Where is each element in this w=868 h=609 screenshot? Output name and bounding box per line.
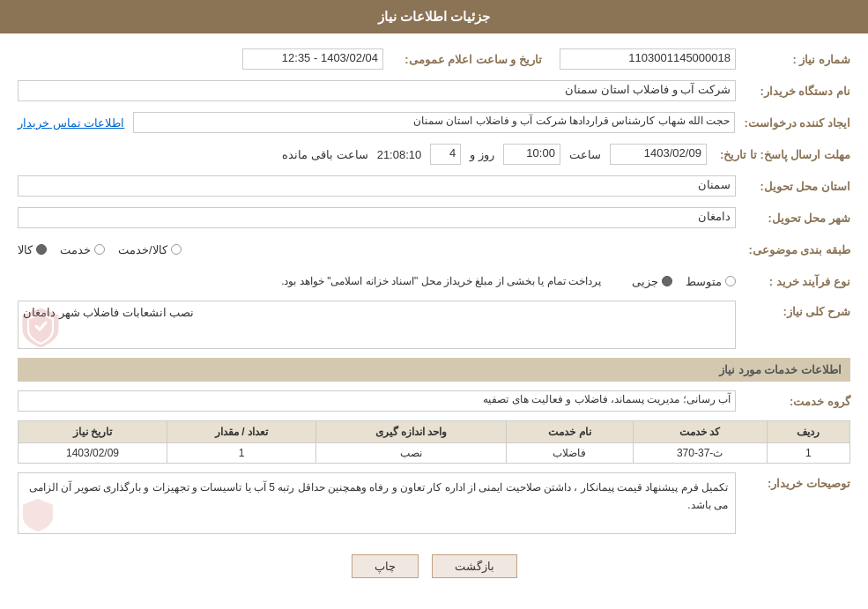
tabaqe-kala-khadamat-label: کالا/خدمت bbox=[118, 243, 167, 256]
watermark-shield bbox=[19, 305, 62, 347]
dastgah-value: شرکت آب و فاضلاب استان سمنان bbox=[18, 80, 736, 101]
farind-jozei-label: جزیی bbox=[632, 275, 658, 288]
print-button[interactable]: چاپ bbox=[352, 554, 419, 578]
gorooh-label: گروه خدمت: bbox=[736, 395, 850, 408]
tarikh-label: تاریخ و ساعت اعلام عمومی: bbox=[383, 53, 542, 66]
tawsia-value: تکمیل فرم پیشنهاد قیمت پیمانکار ، داشتن … bbox=[18, 472, 736, 534]
baqi-label: ساعت باقی مانده bbox=[282, 148, 367, 161]
shomara-value: 1103001145000018 bbox=[560, 48, 736, 70]
sharh-row: شرح کلی نیاز: نصب انشعابات فاضلاب شهر دا… bbox=[18, 301, 850, 349]
table-cell: ث-37-370 bbox=[633, 443, 767, 464]
ijad-label: ایجاد کننده درخواست: bbox=[735, 116, 850, 130]
mohlat-roz: 4 bbox=[430, 144, 461, 165]
shomara-label: شماره نیاز : bbox=[736, 53, 850, 66]
ostan-value: سمنان bbox=[18, 175, 736, 197]
back-button[interactable]: بازگشت bbox=[432, 554, 517, 578]
watermark-shield-2 bbox=[20, 496, 56, 531]
col-vahed: واحد اندازه گیری bbox=[315, 421, 506, 443]
services-table-section: ردیف کد خدمت نام خدمت واحد اندازه گیری ت… bbox=[18, 420, 850, 464]
table-row: 1ث-37-370فاضلابنصب11403/02/09 bbox=[19, 443, 850, 464]
khadamat-section-header: اطلاعات خدمات مورد نیاز bbox=[18, 358, 850, 382]
tawsia-label: توصیحات خریدار: bbox=[736, 472, 850, 490]
tabaqe-khadamat-label: خدمت bbox=[60, 243, 91, 256]
tabaqe-label: طبقه بندی موضوعی: bbox=[736, 243, 850, 256]
farind-label: نوع فرآیند خرید : bbox=[736, 275, 850, 288]
table-cell: فاضلاب bbox=[507, 443, 633, 464]
tabaqe-kala-label: کالا bbox=[18, 243, 33, 256]
col-tarikh: تاریخ نیاز bbox=[19, 421, 167, 443]
col-radif: ردیف bbox=[767, 421, 849, 443]
tabaqe-radio-group: کالا/خدمت خدمت کالا bbox=[18, 243, 736, 256]
farind-jozei-radio bbox=[662, 276, 672, 286]
shahr-row: شهر محل تحویل: دامغان bbox=[18, 205, 850, 230]
table-cell: 1403/02/09 bbox=[19, 443, 167, 464]
ijad-row: ایجاد کننده درخواست: حجت الله شهاب کارشن… bbox=[18, 110, 850, 135]
shahr-label: شهر محل تحویل: bbox=[736, 212, 850, 225]
dastgah-label: نام دستگاه خریدار: bbox=[736, 85, 850, 98]
gorooh-row: گروه خدمت: آب رسانی؛ مدیریت پسماند، فاضل… bbox=[18, 389, 850, 413]
saat-label: ساعت bbox=[565, 148, 605, 161]
col-kod: کد خدمت bbox=[633, 421, 767, 443]
shahr-value: دامغان bbox=[18, 207, 736, 228]
sharh-label: شرح کلی نیاز: bbox=[736, 301, 850, 318]
farind-jozei-item: جزیی bbox=[632, 275, 672, 288]
saat2-value: 21:08:10 bbox=[373, 148, 427, 161]
ostan-label: استان محل تحویل: bbox=[736, 180, 850, 193]
mohlat-saat: 10:00 bbox=[503, 144, 560, 165]
tabaqe-khadamat-radio bbox=[94, 244, 105, 255]
gorooh-value: آب رسانی؛ مدیریت پسماند، فاضلاب و فعالیت… bbox=[18, 390, 736, 412]
ijad-value: حجت الله شهاب کارشناس قراردادها شرکت آب … bbox=[133, 112, 735, 133]
farind-options: متوسط جزیی پرداخت تمام یا بخشی از مبلغ خ… bbox=[18, 275, 736, 288]
roz-label: روز و bbox=[465, 148, 499, 161]
tabaqe-kala-khadamat-item: کالا/خدمت bbox=[118, 243, 182, 256]
bottom-buttons: بازگشت چاپ bbox=[18, 541, 850, 596]
tawsia-row: توصیحات خریدار: تکمیل فرم پیشنهاد قیمت پ… bbox=[18, 472, 850, 534]
services-table: ردیف کد خدمت نام خدمت واحد اندازه گیری ت… bbox=[18, 420, 850, 464]
table-cell: 1 bbox=[767, 443, 849, 464]
page-header: جزئیات اطلاعات نیاز bbox=[0, 0, 868, 33]
tabaqe-row: طبقه بندی موضوعی: کالا/خدمت خدمت کالا bbox=[18, 237, 850, 262]
col-tedad: تعداد / مقدار bbox=[167, 421, 316, 443]
sharh-container: نصب انشعابات فاضلاب شهر دامغان bbox=[18, 301, 736, 349]
dastgah-row: نام دستگاه خریدار: شرکت آب و فاضلاب استا… bbox=[18, 78, 850, 103]
table-cell: 1 bbox=[167, 443, 316, 464]
mohlat-label: مهلت ارسال پاسخ: تا تاریخ: bbox=[711, 148, 850, 161]
farind-motawaset-radio bbox=[725, 276, 736, 286]
tarikh-value: 1403/02/04 - 12:35 bbox=[242, 48, 383, 70]
sharh-value: نصب انشعابات فاضلاب شهر دامغان bbox=[18, 301, 736, 349]
farind-motawaset-item: متوسط bbox=[686, 275, 736, 288]
farind-row: نوع فرآیند خرید : متوسط جزیی پرداخت تمام… bbox=[18, 269, 850, 293]
farind-motawaset-label: متوسط bbox=[686, 275, 722, 288]
mohlat-date: 1403/02/09 bbox=[610, 144, 707, 165]
table-cell: نصب bbox=[315, 443, 506, 464]
tabaqe-kala-item: کالا bbox=[18, 243, 47, 256]
ostan-row: استان محل تحویل: سمنان bbox=[18, 174, 850, 198]
mohlat-row: مهلت ارسال پاسخ: تا تاریخ: 1403/02/09 سا… bbox=[18, 142, 850, 167]
etelaat-tamas-link[interactable]: اطلاعات تماس خریدار bbox=[18, 116, 124, 130]
tabaqe-kala-radio bbox=[36, 244, 47, 255]
farind-desc: پرداخت تمام یا بخشی از مبلغ خریداز محل "… bbox=[281, 275, 601, 287]
page-title: جزئیات اطلاعات نیاز bbox=[378, 9, 490, 24]
shomara-row: شماره نیاز : 1103001145000018 تاریخ و سا… bbox=[18, 47, 850, 71]
tabaqe-khadamat-item: خدمت bbox=[60, 243, 105, 256]
tabaqe-kala-khadamat-radio bbox=[171, 244, 182, 255]
col-name: نام خدمت bbox=[507, 421, 633, 443]
